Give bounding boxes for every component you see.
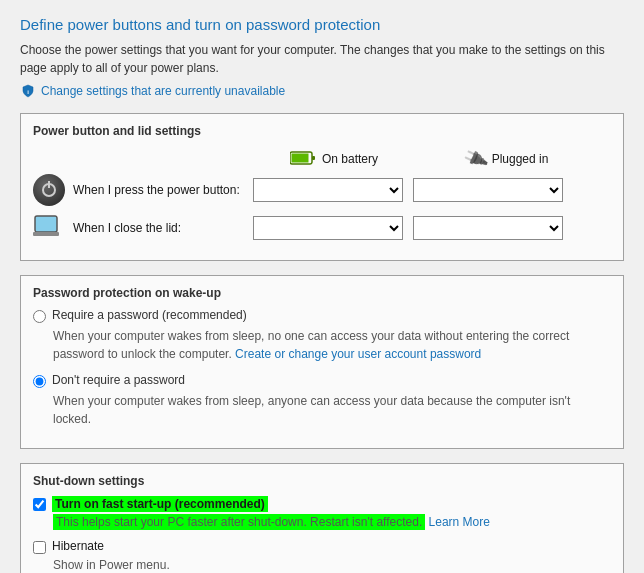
require-password-label[interactable]: Require a password (recommended): [52, 308, 247, 322]
password-section-label: Password protection on wake-up: [33, 286, 611, 300]
laptop-lid-icon: [33, 212, 65, 244]
on-battery-label: On battery: [322, 152, 378, 166]
plugged-icon: 🔌: [461, 145, 489, 173]
power-button-plugged-select[interactable]: Do nothing Sleep Hibernate Shut down Tur…: [413, 178, 563, 202]
plugged-in-label: Plugged in: [492, 152, 549, 166]
hibernate-checkbox[interactable]: [33, 541, 46, 554]
close-lid-label-container: When I close the lid:: [33, 212, 253, 244]
fast-startup-highlight-text: Turn on fast start-up (recommended): [52, 496, 268, 512]
no-password-radio[interactable]: [33, 375, 46, 388]
no-password-desc: When your computer wakes from sleep, any…: [53, 392, 611, 428]
power-button-row: When I press the power button: Do nothin…: [33, 174, 611, 206]
fast-startup-label[interactable]: Turn on fast start-up (recommended): [52, 496, 268, 511]
hibernate-option: Hibernate: [33, 539, 611, 554]
no-password-label[interactable]: Don't require a password: [52, 373, 185, 387]
power-button-selects: Do nothing Sleep Hibernate Shut down Tur…: [253, 178, 563, 202]
learn-more-link[interactable]: Learn More: [429, 515, 490, 529]
power-button-label-container: When I press the power button:: [33, 174, 253, 206]
hibernate-desc: Show in Power menu.: [53, 556, 611, 573]
fast-startup-option: Turn on fast start-up (recommended): [33, 496, 611, 511]
fast-startup-desc: This helps start your PC faster after sh…: [53, 513, 611, 531]
password-section: Password protection on wake-up Require a…: [20, 275, 624, 449]
no-password-option: Don't require a password: [33, 373, 611, 388]
page-description: Choose the power settings that you want …: [20, 41, 624, 77]
power-button-section: Power button and lid settings On battery…: [20, 113, 624, 261]
close-lid-selects: Do nothing Sleep Hibernate Shut down Tur…: [253, 216, 563, 240]
svg-rect-3: [312, 156, 315, 160]
fast-startup-checkbox[interactable]: [33, 498, 46, 511]
column-headers: On battery 🔌 Plugged in: [253, 148, 611, 170]
svg-rect-4: [35, 216, 57, 232]
require-password-desc: When your computer wakes from sleep, no …: [53, 327, 611, 363]
require-password-option: Require a password (recommended): [33, 308, 611, 323]
plugged-in-header: 🔌 Plugged in: [425, 148, 587, 170]
power-button-row-label: When I press the power button:: [73, 183, 240, 197]
on-battery-header: On battery: [253, 148, 415, 170]
shutdown-section: Shut-down settings Turn on fast start-up…: [20, 463, 624, 573]
require-password-radio[interactable]: [33, 310, 46, 323]
close-lid-battery-select[interactable]: Do nothing Sleep Hibernate Shut down Tur…: [253, 216, 403, 240]
svg-rect-2: [291, 153, 308, 162]
change-settings-container: i Change settings that are currently una…: [20, 83, 624, 99]
change-settings-link[interactable]: Change settings that are currently unava…: [41, 84, 285, 98]
hibernate-label[interactable]: Hibernate: [52, 539, 104, 553]
close-lid-row: When I close the lid: Do nothing Sleep H…: [33, 212, 611, 244]
close-lid-row-label: When I close the lid:: [73, 221, 181, 235]
battery-icon: [290, 150, 316, 169]
create-account-link[interactable]: Create or change your user account passw…: [235, 347, 481, 361]
power-button-icon: [33, 174, 65, 206]
fast-startup-desc-text: This helps start your PC faster after sh…: [53, 514, 425, 530]
svg-rect-5: [33, 232, 59, 236]
power-button-inner-icon: [42, 183, 56, 197]
power-button-battery-select[interactable]: Do nothing Sleep Hibernate Shut down Tur…: [253, 178, 403, 202]
shutdown-section-label: Shut-down settings: [33, 474, 611, 488]
page-title: Define power buttons and turn on passwor…: [20, 16, 624, 33]
close-lid-plugged-select[interactable]: Do nothing Sleep Hibernate Shut down Tur…: [413, 216, 563, 240]
shield-icon: i: [20, 83, 36, 99]
power-section-label: Power button and lid settings: [33, 124, 611, 138]
